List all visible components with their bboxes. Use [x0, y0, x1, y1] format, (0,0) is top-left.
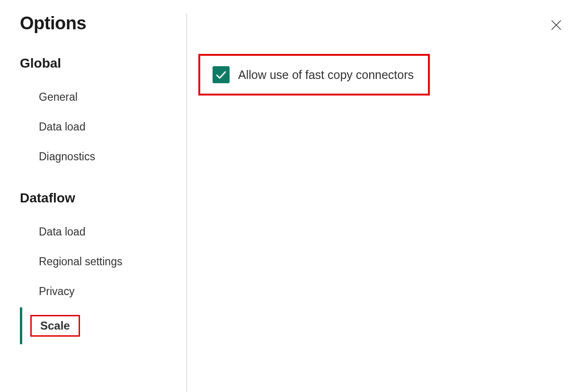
nav-item-diagnostics[interactable]: Diagnostics: [20, 142, 187, 172]
nav-item-general[interactable]: General: [20, 82, 187, 112]
fast-copy-option-row: Allow use of fast copy connectors: [198, 54, 430, 96]
nav-item-data-load-dataflow[interactable]: Data load: [20, 217, 187, 247]
section-heading-global: Global: [20, 56, 187, 71]
page-title: Options: [20, 13, 86, 34]
nav-item-scale[interactable]: Scale: [20, 306, 187, 345]
nav-item-scale-label: Scale: [30, 315, 80, 337]
checkmark-icon: [215, 70, 227, 80]
fast-copy-checkbox[interactable]: [213, 66, 230, 83]
nav-item-privacy[interactable]: Privacy: [20, 277, 187, 306]
nav-item-data-load-global[interactable]: Data load: [20, 112, 187, 142]
sidebar: Global General Data load Diagnostics Dat…: [0, 13, 187, 392]
nav-item-regional-settings[interactable]: Regional settings: [20, 247, 187, 277]
fast-copy-label: Allow use of fast copy connectors: [238, 68, 414, 82]
main-panel: Allow use of fast copy connectors: [187, 13, 587, 392]
section-heading-dataflow: Dataflow: [20, 191, 187, 206]
